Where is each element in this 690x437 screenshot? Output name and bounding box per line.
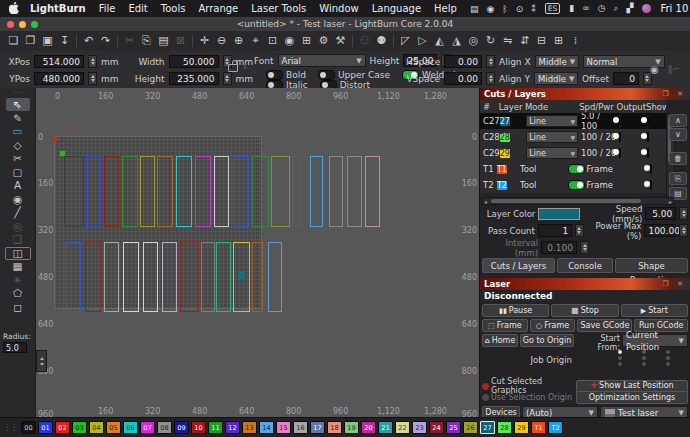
tool-layer-toggle[interactable] [568,164,585,174]
stop-button[interactable]: ■Stop [551,304,618,317]
upper-case-toggle[interactable] [318,70,335,80]
select-tool[interactable]: ⇖ [6,98,30,111]
battery-icon[interactable]: ▮ [569,3,574,14]
canvas-shape[interactable] [140,156,155,227]
preview-icon[interactable]: ▷ [414,32,431,50]
target-icon[interactable]: ◎ [465,32,482,50]
import-icon[interactable]: ↧ [56,32,73,50]
vspace-input[interactable]: 0.00 [444,72,482,85]
layer-mode-dropdown[interactable]: Line▼ [526,147,578,159]
text-tool[interactable]: A [6,179,30,192]
palette-color-24[interactable]: 24 [429,421,444,434]
palette-color-00[interactable]: 00 [21,421,36,434]
workspace-canvas[interactable]: 01603204806408009601,1201,28016032048064… [36,88,480,418]
palette-color-02[interactable]: 02 [55,421,70,434]
visibility-eye-icon[interactable]: ◉ [650,64,659,75]
palette-color-17[interactable]: 17 [310,421,325,434]
xpos-spinner[interactable] [88,55,97,68]
tab-cuts-layers[interactable]: Cuts / Layers [482,258,555,273]
canvas-shape[interactable] [201,242,215,312]
frame-square-button[interactable]: ⬚Frame [482,319,528,332]
canvas-shape[interactable] [180,242,199,312]
monitor-icon[interactable]: ⊞ [298,32,315,50]
palette-color-29[interactable]: 29 [514,421,529,434]
canvas-shape[interactable] [252,156,269,227]
power-max-input[interactable]: 100.00 [644,224,676,237]
minimize-window-button[interactable] [19,21,26,28]
time-machine-icon[interactable]: ◷ [598,3,606,14]
canvas-shape[interactable] [86,156,101,227]
close-window-button[interactable] [7,21,14,28]
rotate-icon[interactable]: ↻ [482,32,499,50]
layer-row-t2[interactable]: T2T2ToolFrame [480,177,666,193]
palette-color-16[interactable]: 16 [293,421,308,434]
align-icon[interactable]: ⇋ [499,32,516,50]
layer-color-tag[interactable]: T1 [497,165,507,174]
canvas-shape[interactable] [157,156,173,227]
job-origin-dot-8[interactable] [666,362,670,366]
line-tool[interactable]: ╱ [6,206,30,219]
show-toggle[interactable] [650,163,652,175]
input-source-indicator[interactable]: ES [545,3,561,14]
palette-color-27[interactable]: 27 [480,421,495,434]
menu-file[interactable]: File [99,3,116,14]
hspace-input[interactable]: 0.00 [444,55,482,68]
palette-color-25[interactable]: 25 [446,421,461,434]
camera-icon[interactable]: ◉ [281,32,298,50]
home-button[interactable]: ⌂Home [482,334,518,347]
menu-tools[interactable]: Tools [161,3,186,14]
frame-circle-button[interactable]: ○Frame [530,319,576,332]
rectangle-tool[interactable]: ▭ [6,125,30,138]
grid-array-tool[interactable]: ▦ [6,260,30,273]
palette-color-09[interactable]: 09 [174,421,189,434]
output-toggle[interactable] [619,115,621,127]
layer-color-tag[interactable]: 28 [500,133,510,142]
laser-header-icons[interactable]: ❐ ✕ [662,278,686,290]
zoom-frame-icon[interactable]: ⌖ [247,32,264,50]
job-origin-dot-3[interactable] [618,356,622,360]
layer-color-tag[interactable]: T2 [497,181,507,190]
canvas-shape[interactable] [233,156,249,227]
show-toggle[interactable] [650,179,652,191]
width-input[interactable]: 50.000 [169,55,219,68]
zoom-in-icon[interactable]: ⊕ [230,32,247,50]
canvas-scroll-spinner[interactable] [36,350,47,372]
layer-color-tag[interactable]: 27 [500,117,510,126]
height-spinner[interactable] [223,72,232,85]
show-toggle[interactable] [647,115,649,127]
ypos-input[interactable]: 480.000 [34,72,84,85]
canvas-shape[interactable] [292,156,301,227]
speed-input[interactable]: 5.00 [645,207,676,220]
job-origin-dot-2[interactable] [666,350,670,354]
canvas-shape[interactable] [365,156,380,227]
alignx-dropdown[interactable]: Middle▼ [535,55,579,68]
zoom-window-button[interactable] [31,21,38,28]
job-origin-dot-0[interactable] [618,350,622,354]
show-toggle[interactable] [647,131,649,143]
canvas-shape[interactable] [216,242,231,312]
palette-color-11[interactable]: 11 [208,421,223,434]
layer-row-t1[interactable]: T1T1ToolFrame [480,161,666,177]
canvas-filled-shape[interactable] [238,271,245,279]
palette-color-19[interactable]: 19 [344,421,359,434]
palette-color-15[interactable]: 15 [276,421,291,434]
save-icon[interactable]: ▣ [39,32,56,50]
offset-input[interactable]: 0 [613,72,639,85]
open-file-icon[interactable]: ❐ [22,32,39,50]
cuts-layers-header[interactable]: ❐ ✕ Cuts / Layers [480,88,690,100]
device-settings-icon[interactable]: ⚒ [332,32,349,50]
canvas-shape[interactable] [195,156,211,227]
tool-layer-toggle[interactable] [568,180,585,190]
laser-panel-header[interactable]: ❐ ✕ Laser [480,278,690,290]
go-to-origin-button[interactable]: Go to Origin [520,334,574,347]
job-origin-dot-1[interactable] [642,350,646,354]
job-origin-dot-6[interactable] [618,362,622,366]
paste-icon[interactable]: ▤ [155,32,172,50]
aspect-lock-icon[interactable] [228,59,238,72]
dock-h-icon[interactable]: ⊟ [533,32,550,50]
handoff-icon[interactable]: ∞ [582,3,590,14]
radius-input[interactable]: 5.0 [3,342,27,353]
power-max-spinner[interactable] [679,224,688,237]
layer-up-button[interactable]: ∧ [669,114,687,127]
output-toggle[interactable] [619,131,621,143]
